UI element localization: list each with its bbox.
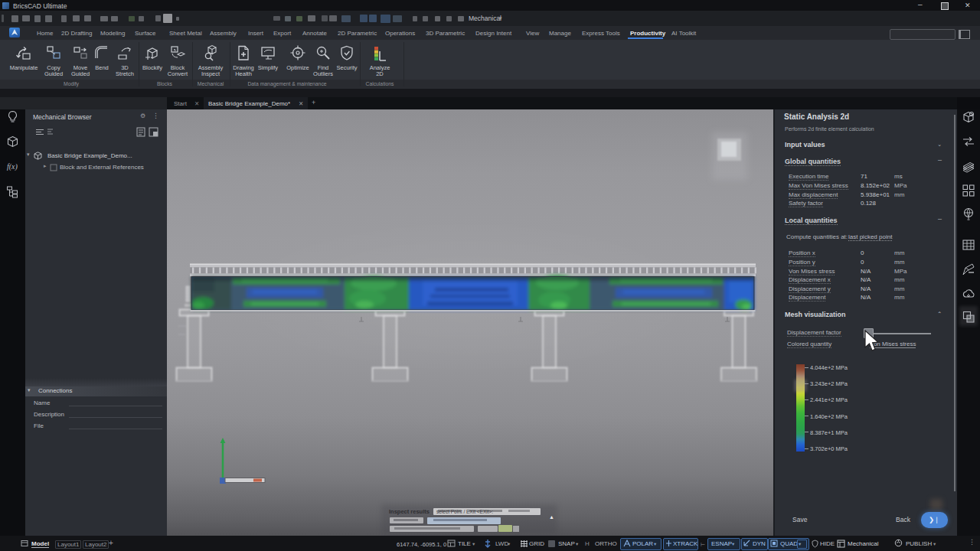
svg-text:f(x): f(x) [7,162,18,171]
